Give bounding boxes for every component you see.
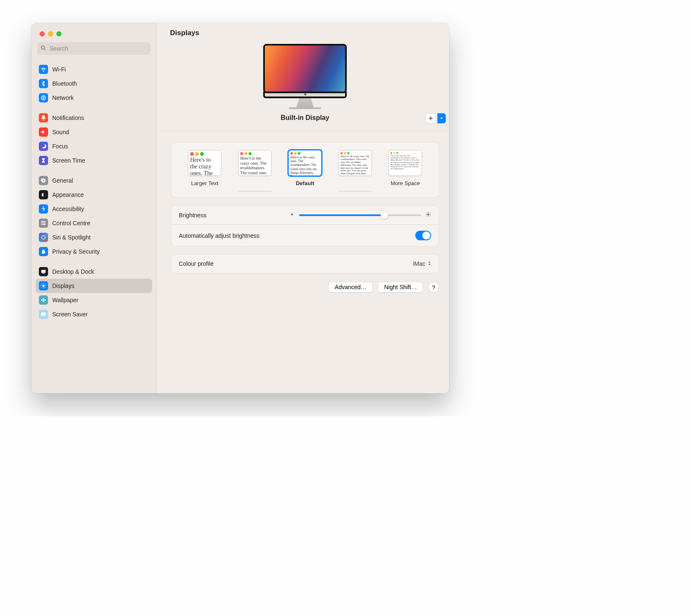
sidebar-item-siri[interactable]: Siri & Spotlight xyxy=(36,230,152,244)
dock-icon xyxy=(39,267,48,276)
sliders-icon xyxy=(39,219,48,228)
appearance-icon xyxy=(39,190,48,199)
resolution-caption: Default xyxy=(296,180,314,187)
svg-rect-9 xyxy=(42,273,45,274)
sidebar: Wi-Fi Bluetooth Network Notifications xyxy=(31,23,157,393)
sidebar-item-label: Screen Time xyxy=(52,158,85,163)
sidebar-item-desktopdock[interactable]: Desktop & Dock xyxy=(36,265,152,279)
sidebar-item-label: Bluetooth xyxy=(52,81,77,87)
sun-icon xyxy=(39,281,48,290)
sidebar-item-label: Notifications xyxy=(52,115,84,121)
sidebar-item-accessibility[interactable]: Accessibility xyxy=(36,202,152,216)
gear-icon xyxy=(39,176,48,185)
sidebar-item-wifi[interactable]: Wi-Fi xyxy=(36,62,152,76)
sidebar-item-label: Sound xyxy=(52,129,69,135)
resolution-option-2[interactable]: Here's to the crazy ones. The troublemak… xyxy=(231,150,278,191)
colour-profile-panel: Colour profile iMac xyxy=(171,254,439,273)
sidebar-item-screentime[interactable]: Screen Time xyxy=(36,153,152,168)
sidebar-item-label: Screen Saver xyxy=(52,311,88,317)
hourglass-icon xyxy=(39,156,48,165)
sidebar-item-appearance[interactable]: Appearance xyxy=(36,188,152,202)
siri-icon xyxy=(39,233,48,242)
sidebar-item-label: Wallpaper xyxy=(52,297,79,303)
resolution-option-3[interactable]: Here's to the crazy ones. The troublemak… xyxy=(282,150,328,187)
settings-scroll[interactable]: Here's to the crazy ones. The troublemak… xyxy=(157,131,449,393)
brightness-label: Brightness xyxy=(179,212,206,219)
bell-icon xyxy=(39,113,48,122)
svg-point-18 xyxy=(427,213,429,215)
sidebar-list[interactable]: Wi-Fi Bluetooth Network Notifications xyxy=(31,58,156,393)
close-window-button[interactable] xyxy=(40,31,45,36)
display-options-dropdown[interactable] xyxy=(437,113,446,123)
svg-point-12 xyxy=(43,298,44,300)
search-icon xyxy=(41,45,46,52)
auto-brightness-label: Automatically adjust brightness xyxy=(179,232,259,239)
sidebar-item-sound[interactable]: Sound xyxy=(36,125,152,139)
sidebar-item-wallpaper[interactable]: Wallpaper xyxy=(36,293,152,307)
svg-point-15 xyxy=(44,299,46,301)
bluetooth-icon xyxy=(39,79,48,88)
hand-icon xyxy=(39,247,48,256)
auto-brightness-toggle[interactable] xyxy=(415,231,431,240)
fullscreen-window-button[interactable] xyxy=(56,31,61,36)
svg-point-10 xyxy=(42,285,44,287)
resolution-option-4[interactable]: Here's to the crazy ones. The troublemak… xyxy=(332,150,379,191)
sidebar-item-bluetooth[interactable]: Bluetooth xyxy=(36,76,152,91)
colour-profile-select[interactable]: iMac xyxy=(413,260,431,267)
flower-icon xyxy=(39,295,48,305)
minimize-window-button[interactable] xyxy=(48,31,53,36)
resolution-option-1[interactable]: Here's to the crazy ones. The troublemak… xyxy=(181,150,228,187)
content-pane: Displays Built-in Display Here's t xyxy=(157,23,449,393)
moon-icon xyxy=(39,142,48,151)
sidebar-item-privacy[interactable]: Privacy & Security xyxy=(36,244,152,259)
svg-point-7 xyxy=(42,236,46,239)
sidebar-item-general[interactable]: General xyxy=(36,173,152,188)
brightness-panel: Brightness Automatically adjust brightne… xyxy=(171,205,439,247)
night-shift-button[interactable]: Night Shift… xyxy=(378,282,423,293)
search-field[interactable] xyxy=(37,42,150,55)
sidebar-item-focus[interactable]: Focus xyxy=(36,139,152,153)
svg-rect-8 xyxy=(41,270,46,273)
sidebar-item-label: Siri & Spotlight xyxy=(52,234,91,240)
sidebar-item-label: Privacy & Security xyxy=(52,249,100,255)
colour-profile-label: Colour profile xyxy=(179,260,213,267)
sidebar-item-label: Desktop & Dock xyxy=(52,269,94,275)
wifi-icon xyxy=(39,65,48,74)
svg-rect-16 xyxy=(41,313,46,316)
search-input[interactable] xyxy=(49,45,147,52)
svg-point-2 xyxy=(43,206,44,208)
resolution-option-5[interactable]: Here's to the crazy ones. The troublemak… xyxy=(382,150,429,187)
sidebar-item-notifications[interactable]: Notifications xyxy=(36,111,152,125)
sidebar-item-screensaver[interactable]: Screen Saver xyxy=(36,307,152,321)
sidebar-item-label: Network xyxy=(52,95,74,101)
help-button[interactable]: ? xyxy=(428,282,439,293)
sidebar-item-label: General xyxy=(52,178,73,183)
sidebar-item-controlcentre[interactable]: Control Centre xyxy=(36,216,152,230)
sidebar-item-label: Focus xyxy=(52,143,68,149)
sun-bright-icon xyxy=(425,211,431,219)
screensaver-icon xyxy=(39,310,48,319)
svg-point-17 xyxy=(291,214,293,215)
sidebar-item-network[interactable]: Network xyxy=(36,91,152,105)
svg-point-14 xyxy=(41,299,43,301)
display-hero: Built-in Display xyxy=(157,40,449,131)
accessibility-icon xyxy=(39,204,48,214)
svg-point-13 xyxy=(43,301,44,303)
chevron-updown-icon xyxy=(428,260,431,267)
sidebar-item-displays[interactable]: Displays xyxy=(36,279,152,293)
resolution-caption: More Space xyxy=(391,180,420,187)
add-display-button[interactable] xyxy=(425,113,436,123)
speaker-icon xyxy=(39,127,48,137)
toolbar: Displays xyxy=(157,23,449,40)
brightness-slider[interactable] xyxy=(289,211,431,219)
page-title: Displays xyxy=(170,29,440,37)
svg-point-11 xyxy=(43,299,44,301)
globe-icon xyxy=(39,93,48,102)
window-controls xyxy=(31,23,156,42)
monitor-illustration xyxy=(263,44,347,109)
sidebar-item-label: Control Centre xyxy=(52,220,90,226)
colour-profile-value: iMac xyxy=(413,260,425,267)
advanced-button[interactable]: Advanced… xyxy=(328,282,373,293)
display-name: Built-in Display xyxy=(281,114,329,122)
sun-dim-icon xyxy=(289,211,295,219)
